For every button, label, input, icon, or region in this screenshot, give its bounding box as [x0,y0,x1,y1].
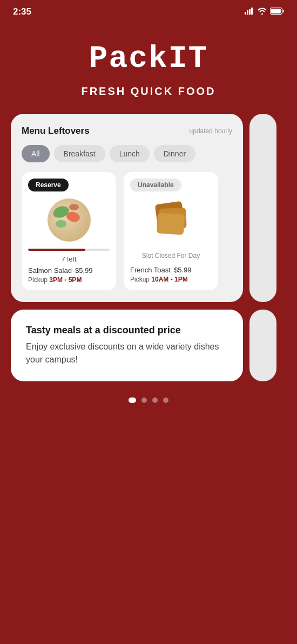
salmon-pickup: Pickup 3PM - 5PM [28,276,110,284]
toast-price: $5.99 [174,266,192,274]
wifi-icon [258,7,267,17]
promo-title: Tasty meals at a discounted price [26,325,228,336]
slot-closed-text: Slot Closed For Day [130,249,212,263]
promo-side-peek [249,310,276,381]
dot-4[interactable] [163,398,168,403]
status-time: 2:35 [13,6,31,17]
tab-dinner[interactable]: Dinner [154,145,195,162]
svg-rect-1 [247,10,248,15]
food-grid: Reserve 7 left Salmon Salad $5.99 Pickup [22,172,232,290]
salad-art [48,198,91,242]
status-icons [245,7,284,17]
salad-extra-1 [56,220,66,228]
toast-name: French Toast [130,266,171,274]
salmon-name-price: Salmon Salad $5.99 [28,266,110,275]
quantity-bar [28,249,85,251]
dot-2[interactable] [141,398,147,403]
salad-extra-2 [69,204,79,210]
svg-rect-6 [271,9,281,13]
signal-icon [245,7,254,17]
svg-rect-2 [249,9,251,15]
salmon-name: Salmon Salad [28,266,72,275]
promo-card: Tasty meals at a discounted price Enjoy … [11,310,243,381]
salmon-salad-image [28,196,110,244]
item-left-text: 7 left [28,255,110,263]
toast-piece-3 [156,213,185,235]
food-item-french-toast: Unavailable Slot Closed For Day French T… [124,172,218,290]
salmon-price: $5.99 [75,266,93,275]
toast-art [150,198,193,242]
toast-pickup-time: 10AM - 1PM [151,276,187,283]
reserve-badge: Reserve [28,179,69,191]
svg-rect-5 [283,10,284,12]
menu-card-header: Menu Leftovers updated hourly [22,126,232,136]
cards-container: Menu Leftovers updated hourly All Breakf… [0,114,297,302]
promo-desc: Enjoy exclusive discounts on a wide vari… [26,340,228,366]
status-bar: 2:35 [0,0,297,22]
toast-pickup: Pickup 10AM - 1PM [130,276,212,283]
promo-section: Tasty meals at a discounted price Enjoy … [0,302,297,381]
quantity-indicator [28,249,110,251]
toast-name-price: French Toast $5.99 [130,266,212,274]
pagination-dots [0,398,297,403]
menu-card: Menu Leftovers updated hourly All Breakf… [11,114,243,302]
header-section: PackIT FRESH QUICK FOOD [0,22,297,114]
menu-card-title: Menu Leftovers [22,126,90,136]
food-item-salmon-salad: Reserve 7 left Salmon Salad $5.99 Pickup [22,172,116,290]
battery-icon [270,7,284,17]
french-toast-image [130,196,212,244]
dot-1[interactable] [129,398,136,403]
dot-3[interactable] [152,398,158,403]
svg-rect-3 [251,8,253,15]
tab-all[interactable]: All [22,145,50,162]
salmon-pickup-time: 3PM - 5PM [49,276,82,284]
unavailable-badge: Unavailable [130,179,181,191]
svg-rect-0 [245,12,246,15]
updated-text: updated hourly [190,127,232,135]
menu-side-peek [249,114,276,302]
app-title: PackIT [0,43,297,74]
tagline: FRESH QUICK FOOD [0,85,297,98]
tab-breakfast[interactable]: Breakfast [54,145,105,162]
tab-lunch[interactable]: Lunch [110,145,150,162]
filter-tabs: All Breakfast Lunch Dinner [22,145,232,162]
